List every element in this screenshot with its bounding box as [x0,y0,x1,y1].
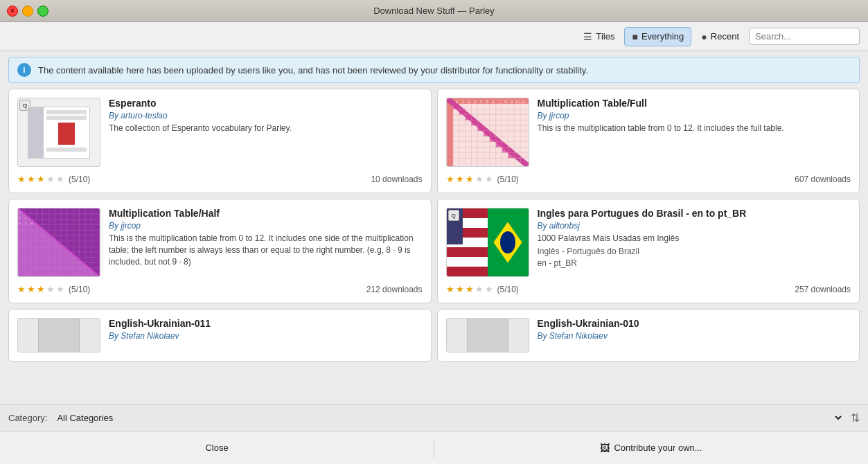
contribute-button[interactable]: 🖼 Contribute your own... [434,431,868,464]
thumb-row3 [46,148,87,152]
card-author: By ailtonbsj [538,221,851,231]
star-rating: ★ ★ ★ ★ ★ (5/10) [17,284,90,294]
brazil-circle [500,231,516,253]
card-top: 0 1 2 3 4 5 6 7 8 9 10 11 [446,98,851,167]
close-button[interactable]: Close [0,431,434,464]
thumbnail-brazil: Q [446,208,529,277]
star-1: ★ [446,284,454,294]
window-controls[interactable]: × [7,6,48,17]
author-prefix: By [109,331,121,341]
card-extra2: en - pt_BR [538,258,851,268]
everything-button[interactable]: ■ Everything [624,27,691,46]
svg-text:1: 1 [461,100,463,104]
card-top: English-Ukrainian-010 By Stefan Nikolaev [446,318,851,353]
contribute-label: Contribute your own... [614,443,702,453]
corner-icon: Q [448,210,459,221]
star-4: ★ [475,284,484,294]
svg-text:0: 0 [455,100,457,104]
rating-text: (5/10) [497,175,519,184]
tiles-button[interactable]: ☰ Tiles [576,28,621,46]
card-bottom: ★ ★ ★ ★ ★ (5/10) 607 downloads [446,174,851,184]
svg-text:3: 3 [474,100,476,104]
star-5: ★ [485,174,493,184]
card-info-uk010: English-Ukrainian-010 By Stefan Nikolaev [538,318,851,353]
author-name: Stefan Nikolaev [121,331,179,341]
search-input[interactable] [749,28,860,45]
svg-text:7: 7 [498,100,500,104]
thumb-red [58,123,75,145]
everything-label: Everything [641,31,684,42]
star-3: ★ [466,284,474,294]
star-2: ★ [456,284,464,294]
author-name: Stefan Nikolaev [549,331,608,341]
thumbnail-mult-half: 0 0 1 0 2 4 [17,208,100,277]
card-bottom: ★ ★ ★ ★ ★ (5/10) 212 downloads [17,284,423,294]
thumb-sidebar [28,107,44,158]
action-bar: Close 🖼 Contribute your own... [0,431,868,464]
star-rating: ★ ★ ★ ★ ★ (5/10) [446,174,519,184]
thumb-row1 [46,110,87,114]
category-bar: Category: All Categories ⇅ [0,404,868,431]
svg-text:4: 4 [480,100,482,104]
recent-label: Recent [711,31,739,42]
star-5: ★ [56,284,64,294]
card-mult-full: 0 1 2 3 4 5 6 7 8 9 10 11 [437,89,860,193]
close-window-button[interactable]: × [7,6,18,17]
everything-icon: ■ [632,31,637,42]
card-title: Multiplication Table/Full [538,98,851,109]
card-top: Q Esperanto By arturo-teslao The collec [17,98,423,167]
card-mult-half: 0 0 1 0 2 4 Multiplication Table/Half By… [8,199,432,303]
card-desc: This is the multiplication table from 0 … [538,123,851,134]
star-1: ★ [17,284,26,294]
author-name: jjrcop [549,111,569,121]
download-count: 607 downloads [795,175,851,184]
recent-icon: ● [701,31,707,42]
info-text: The content available here has been uplo… [38,65,588,75]
category-label: Category: [8,413,47,423]
svg-text:2: 2 [468,100,470,104]
recent-button[interactable]: ● Recent [694,28,746,46]
svg-text:2: 2 [25,222,26,225]
thumbnail-uk-010 [446,318,529,353]
card-uk-010: English-Ukrainian-010 By Stefan Nikolaev [437,309,860,362]
star-4: ★ [46,284,55,294]
author-prefix: By [109,221,121,231]
card-top: English-Ukrainian-011 By Stefan Nikolaev [17,318,423,353]
card-author: By arturo-teslao [109,111,423,121]
card-title: English-Ukrainian-011 [109,318,423,329]
rating-text: (5/10) [69,175,90,184]
minimize-window-button[interactable] [22,6,33,17]
author-name: arturo-teslao [121,111,167,121]
card-desc: The collection of Esperanto vocabulary f… [109,123,423,134]
card-author: By Stefan Nikolaev [538,331,851,341]
star-rating: ★ ★ ★ ★ ★ (5/10) [446,284,519,294]
download-count: 257 downloads [795,285,851,294]
star-rating: ★ ★ ★ ★ ★ (5/10) [17,174,90,184]
svg-text:11: 11 [522,100,526,104]
card-top: Q Ingles para Portugues do Brasil - en t… [446,208,851,277]
author-name: jjrcop [121,221,141,231]
rating-text: (5/10) [497,285,519,294]
mult-full-svg: 0 1 2 3 4 5 6 7 8 9 10 11 [447,98,529,166]
author-prefix: By [538,221,549,231]
tiles-label: Tiles [596,31,614,42]
star-5: ★ [56,174,64,184]
card-extra1: Inglês - Português do Brazil [538,247,851,256]
card-desc: 1000 Palavras Mais Usadas em Inglês [538,233,851,244]
maximize-window-button[interactable] [37,6,48,17]
svg-rect-38 [453,104,459,109]
brazil-diamond [493,222,522,263]
card-title: Ingles para Portugues do Brasil - en to … [538,208,851,219]
thumbnail-uk-011 [17,318,100,353]
category-select[interactable]: All Categories [54,412,844,424]
svg-rect-41 [471,120,477,125]
uk-placeholder [467,318,508,353]
info-icon: i [17,63,31,77]
card-top: 0 0 1 0 2 4 Multiplication Table/Half By… [17,208,423,277]
tiles-icon: ☰ [583,31,592,42]
card-bottom: ★ ★ ★ ★ ★ (5/10) 10 downloads [17,174,423,184]
card-info-esperanto: Esperanto By arturo-teslao The collectio… [109,98,423,167]
star-4: ★ [46,174,55,184]
card-uk-011: English-Ukrainian-011 By Stefan Nikolaev [8,309,432,362]
card-info-mult-half: Multiplication Table/Half By jjrcop This… [109,208,423,277]
